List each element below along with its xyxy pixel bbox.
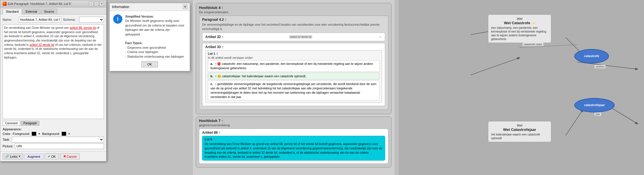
maximize-button[interactable]: □	[94, 1, 99, 6]
ok-check-icon: ✔	[48, 155, 50, 158]
graph-panel: Wet Wet Catastrofe ⚡ een natuurramp, een…	[399, 0, 644, 175]
artikel-32-connector-label: artikel 32 derde lid	[289, 35, 313, 39]
artikel-32-edit-icon[interactable]: ¶	[222, 35, 223, 38]
svg-line-1	[471, 58, 520, 75]
tab-comment[interactable]: Comment	[3, 121, 20, 126]
name-label: Name:	[3, 18, 17, 21]
link-artikel88[interactable]: artikel 88, eerste lid	[70, 26, 96, 29]
picture-label: Picture:	[3, 144, 13, 148]
task-label: Task:	[3, 138, 10, 141]
appearance-label: Appearance:	[3, 127, 104, 131]
lid-1-card: Lid 1 ¶ In dit artikel wordt verstaan on…	[205, 50, 382, 103]
augment-button[interactable]: Augment	[24, 154, 43, 159]
tab-standard[interactable]: Standard	[3, 9, 22, 14]
hoofdstuk-7-title: Hoofdstuk 7 ¶	[199, 118, 388, 123]
ok-label: OK	[51, 155, 56, 158]
dialog-tab-bar: Standard External Source	[0, 7, 106, 14]
info-close-button[interactable]: ✕	[183, 5, 187, 9]
lid-1-title: Lid 1 ¶	[208, 52, 379, 55]
hoofdstuk-7-card: Hoofdstuk 7 ¶ gegevensverstrekking Artik…	[196, 116, 392, 168]
tab-source[interactable]: Source	[41, 9, 57, 14]
window-controls: ─ □ ✕	[89, 1, 104, 6]
picture-row: Picture:	[3, 143, 104, 149]
artikel-32-title: Artikel 32 ¶	[205, 35, 223, 39]
fact-type-3: - Statistische onderbouwing van bijdrage…	[125, 54, 186, 59]
background-color-swatch[interactable]	[62, 132, 66, 136]
info-title: Information	[112, 5, 129, 9]
dialog-bottom-buttons: 🔗 Links ▼ Augment ✔ OK ✖ Cancel	[0, 151, 106, 161]
wet-catastrofe-card: Wet Wet Catastrofe ⚡ een natuurramp, een…	[488, 14, 551, 43]
catastrofejaar-ellipse-node[interactable]: catastrofejaar	[574, 98, 615, 112]
info-titlebar: Information ✕	[110, 3, 190, 11]
schema-select[interactable]	[79, 17, 104, 22]
jaar-label: jaar	[594, 112, 601, 116]
foreground-dropdown[interactable]: ▼	[38, 133, 40, 135]
sub-a-edit-icon[interactable]: ¶	[215, 63, 216, 65]
fact-types-label: Fact Types:	[125, 41, 186, 45]
chapter-4-subtitle: De zorgverzekeraars	[199, 10, 388, 14]
svg-line-3	[566, 110, 583, 136]
catastrofe-ellipse-node[interactable]: catastrofe	[574, 49, 609, 63]
dialog-body: Name: Schema: De verstrekking aan Onze M…	[0, 14, 106, 151]
links-dropdown-arrow[interactable]: ▼	[18, 155, 21, 158]
paragraaf-4-2-title: Paragraaf 4.2 ¶	[202, 18, 385, 22]
sub-a-label: a.	[210, 62, 213, 65]
tab-paragraph[interactable]: Paragraph	[21, 121, 39, 126]
hoofdstuk-7-edit-icon[interactable]: ¶	[222, 119, 223, 122]
sub-b-label: b.	[210, 74, 213, 78]
sub-c-edit-icon[interactable]: ¶	[215, 83, 216, 86]
task-select[interactable]	[12, 137, 104, 142]
chapter-4-title: Hoofdstuk 4 ¶	[199, 5, 388, 10]
schema-label: Schema:	[63, 18, 77, 21]
lid-1-desc: In dit artikel wordt verstaan onder:	[208, 56, 379, 59]
task-row: Task:	[3, 137, 104, 142]
sub-b-icon: 😊	[217, 74, 221, 78]
link-artikel32[interactable]: artikel 32 derde lid	[30, 43, 54, 46]
artikel-33-edit-icon[interactable]: ¶	[222, 46, 223, 48]
simplified-title: Simplified Version:	[125, 14, 186, 19]
background-label: Background:	[42, 132, 60, 136]
links-button[interactable]: 🔗 Links ▼	[3, 153, 23, 159]
lid-5-edit-icon[interactable]: ¶	[213, 138, 215, 141]
name-input[interactable]	[19, 17, 61, 22]
color-label: Color:	[3, 132, 11, 136]
lid-5-text: De verstrekking aan Onze Minister op gro…	[205, 142, 383, 159]
tab-external[interactable]: External	[22, 9, 40, 14]
info-text-block: Simplified Version: De Minister heeft ge…	[125, 14, 186, 59]
soorten-label: soorten	[594, 65, 605, 68]
ok-button[interactable]: ✔ OK	[45, 153, 59, 159]
artikel-32-arrow: →	[378, 35, 382, 39]
paragraaf-4-2-edit-icon[interactable]: ¶	[225, 18, 226, 21]
lid-5-title: Lid 5 ¶	[205, 138, 383, 141]
color-row: Color: Foreground: ▼ Background: ▼	[3, 132, 104, 136]
wet-catastrofejaar-desc: het kalenderjaar waarin een catastrofe o…	[491, 133, 548, 140]
hoofdstuk-7-subtitle: gegevensverstrekking	[199, 123, 388, 127]
sub-b-edit-icon[interactable]: ¶	[215, 75, 216, 78]
catastrofe-naam-label: catastrofe naam	[523, 43, 544, 46]
catastrofe-lightning: ⚡	[532, 22, 535, 25]
artikel-89-edit-icon[interactable]: ¶	[219, 131, 220, 134]
paragraph-text-area[interactable]: De verstrekking aan Onze Minister op gro…	[3, 24, 104, 119]
sub-a-icon: 🔴	[217, 62, 221, 65]
chapter-4-edit-icon[interactable]: ¶	[222, 6, 223, 9]
wet-catastrofe-title: Wet Wet Catastrofe ⚡	[491, 16, 548, 25]
chapter-4-card: Hoofdstuk 4 ¶ De zorgverzekeraars Paragr…	[196, 3, 392, 114]
close-button[interactable]: ✕	[99, 1, 104, 6]
lid-1-edit-icon[interactable]: ¶	[216, 52, 218, 55]
foreground-label: Foreground:	[13, 132, 30, 136]
cancel-button[interactable]: ✖ Cancel	[60, 153, 80, 159]
minimize-button[interactable]: ─	[89, 1, 94, 6]
sub-a-text: catastrofe: een natuurramp, een pandemie…	[210, 62, 373, 70]
dialog-title: Edit Paragraph 'Hoofdstuk 7, Artikel 89,…	[8, 2, 71, 5]
artikel-33-card: Artikel 33 ¶ Lid 1 ¶ In dit artikel word…	[202, 43, 385, 106]
appearance-section: Appearance: Color: Foreground: ▼ Backgro…	[3, 127, 104, 149]
background-dropdown[interactable]: ▼	[68, 133, 70, 135]
dialog-titlebar: ✎ Edit Paragraph 'Hoofdstuk 7, Artikel 8…	[0, 0, 106, 7]
sub-c-text: gemiddelde vereveningsbijdrage: de toege…	[210, 82, 376, 98]
sub-c-label: c.	[210, 82, 213, 86]
simplified-text: De Minister heeft gegevens nodig over ge…	[125, 19, 186, 37]
foreground-color-swatch[interactable]	[32, 132, 36, 136]
picture-input[interactable]	[15, 143, 104, 149]
info-ok-button[interactable]: OK	[141, 61, 158, 67]
artikel-32-card: Artikel 32 ¶ artikel 32 derde lid →	[202, 33, 385, 41]
